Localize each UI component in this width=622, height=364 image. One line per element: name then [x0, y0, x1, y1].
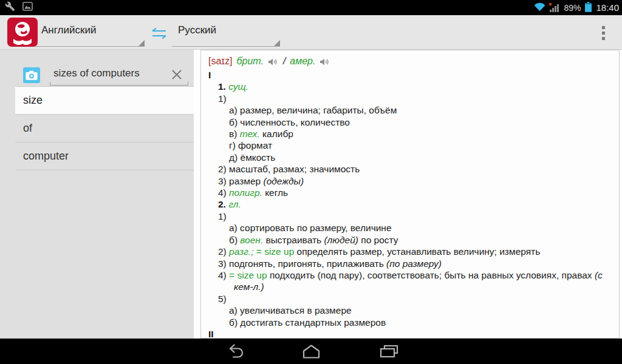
status-bar: 89% 18:40 [0, 0, 622, 15]
entry-line: д) ёмкость [229, 152, 613, 163]
clock: 18:40 [596, 2, 619, 13]
entry-line: 1) [218, 211, 613, 222]
entry-line: 2) разг.; = size up определять размер, у… [218, 246, 613, 257]
entry-body: I1. сущ.1)а) размер, величина; габариты,… [208, 69, 613, 339]
entry-line: 4) = size up подходить (под пару), соотв… [218, 269, 613, 293]
entry-line: б) воен. выстраивать (людей) по росту [229, 234, 613, 246]
entry-line: 3) подгонять, пригонять, прилаживать (по… [218, 258, 613, 269]
list-item[interactable]: computer [15, 143, 194, 170]
target-language-label: Русский [172, 20, 280, 36]
entry-line: 1) [218, 93, 613, 104]
battery-percent: 89% [564, 3, 581, 13]
target-language-spinner[interactable]: Русский [172, 20, 280, 47]
entry-line: I [208, 69, 613, 81]
search-input[interactable] [53, 65, 166, 82]
wifi-icon [534, 2, 545, 13]
entry-line: г) формат [229, 140, 613, 151]
search-panel: sizeofcomputer [0, 50, 194, 339]
entry-line: 5) [218, 293, 613, 305]
entry-line: а) увеличиваться в размере [229, 305, 613, 316]
speaker-icon-brit[interactable] [268, 58, 278, 66]
app-logo[interactable] [7, 18, 38, 47]
search-underline [50, 85, 188, 86]
entry-line: б) достигать стандартных размеров [229, 317, 613, 328]
status-bar-right: 89% 18:40 [534, 2, 622, 14]
entry-line: 4) полигр. кегль [218, 187, 613, 198]
entry-line: а) сортировать по размеру, величине [229, 222, 613, 234]
dictionary-entry-card[interactable]: [saɪz] брит. / амер. I1. сущ.1)а) размер… [200, 50, 620, 339]
entry-header: [saɪz] брит. / амер. [208, 56, 613, 67]
spinner-corner-icon [138, 40, 145, 46]
back-button[interactable] [213, 340, 254, 362]
entry-line: в) тех. калибр [229, 128, 613, 140]
entry-line: 2) масштаб, размах; значимость [218, 163, 613, 175]
word-list: sizeofcomputer [15, 86, 194, 170]
speaker-icon-amer[interactable] [320, 58, 329, 66]
amer-label: амер. [290, 56, 315, 67]
entry-line: 2. гл. [218, 198, 613, 210]
swap-languages-button[interactable] [149, 26, 169, 41]
home-button[interactable] [290, 340, 332, 362]
signal-icon [550, 4, 559, 12]
source-language-label: Английский [35, 20, 145, 36]
status-bar-left [0, 1, 33, 14]
entry-line: 3) размер (одежды) [218, 175, 613, 187]
recents-button[interactable] [368, 340, 409, 362]
battery-icon [585, 2, 592, 14]
list-item[interactable]: size [15, 87, 194, 115]
signal-alert-dot [549, 3, 552, 5]
entry-line: II [208, 328, 613, 339]
brit-label: брит. [236, 56, 263, 67]
camera-icon[interactable] [23, 67, 40, 83]
overflow-menu-icon[interactable] [599, 23, 607, 42]
clear-search-icon[interactable] [169, 67, 184, 82]
gallery-icon [22, 2, 33, 13]
screen: 89% 18:40 Английский [0, 0, 622, 364]
source-language-spinner[interactable]: Английский [35, 20, 145, 47]
separator: / [283, 56, 285, 67]
spinner-corner-icon [274, 40, 280, 46]
entry-line: 1. сущ. [218, 81, 613, 92]
wrench-icon [5, 1, 15, 14]
entry-line: б) численность, количество [229, 116, 613, 128]
entry-line: а) размер, величина; габариты, объём [229, 104, 613, 116]
list-item[interactable]: of [15, 115, 194, 143]
navigation-bar [0, 339, 622, 364]
transcription: [saɪz] [208, 56, 232, 67]
toolbar: Английский Русский [0, 15, 622, 50]
